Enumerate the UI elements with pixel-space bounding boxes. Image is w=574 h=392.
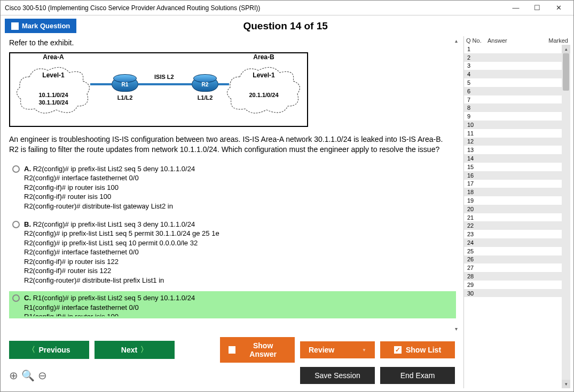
qlist-row-number: 19 bbox=[467, 197, 483, 204]
chevron-left-icon: 〈 bbox=[28, 345, 35, 355]
qlist-row[interactable]: 23 bbox=[464, 230, 570, 238]
header-bar: Mark Question Question 14 of 15 bbox=[1, 15, 573, 36]
qlist-row[interactable]: 15 bbox=[464, 163, 570, 171]
footer-row-1: 〈 Previous Next 〉 Show Answer Review ▼ bbox=[4, 333, 460, 367]
qlist-row-number: 22 bbox=[467, 222, 483, 229]
show-list-label: Show List bbox=[406, 346, 441, 354]
qlist-row-number: 12 bbox=[467, 138, 483, 145]
qlist-row-number: 14 bbox=[467, 155, 483, 162]
qlist-header: Q No. Answer Marked bbox=[464, 36, 570, 45]
checkbox-empty-icon bbox=[229, 346, 235, 354]
link-a-r1 bbox=[90, 83, 112, 85]
qlist-row[interactable]: 14 bbox=[464, 154, 570, 163]
qlist-rows: 1234567891011121314151617181920212223242… bbox=[464, 45, 570, 388]
qlist-row[interactable]: 8 bbox=[464, 103, 570, 112]
maximize-icon[interactable]: ☐ bbox=[526, 2, 548, 14]
qlist-row[interactable]: 4 bbox=[464, 70, 570, 78]
qlist-row[interactable]: 22 bbox=[464, 221, 570, 230]
qlist-row[interactable]: 21 bbox=[464, 213, 570, 222]
app-window: Cisco 300-510 (Implementing Cisco Servic… bbox=[0, 0, 574, 392]
qlist-row-number: 13 bbox=[467, 147, 483, 153]
review-label: Review bbox=[309, 346, 334, 354]
qlist-row[interactable]: 16 bbox=[464, 171, 570, 180]
qlist-row[interactable]: 19 bbox=[464, 196, 570, 205]
end-exam-button[interactable]: End Exam bbox=[380, 367, 455, 384]
mark-question-label: Mark Question bbox=[22, 22, 70, 30]
qlist-row[interactable]: 29 bbox=[464, 281, 570, 289]
question-scrollbar[interactable]: ▴ ▾ bbox=[452, 36, 460, 333]
col-marked: Marked bbox=[541, 37, 568, 44]
col-answer: Answer bbox=[487, 37, 541, 44]
cloud-area-b: Area-B Level-1 20.1.1/0/24 bbox=[224, 61, 304, 119]
qlist-body: 1234567891011121314151617181920212223242… bbox=[464, 45, 570, 388]
radio-a[interactable] bbox=[12, 165, 20, 173]
area-b-label: Area-B bbox=[224, 53, 304, 61]
qlist-row[interactable]: 27 bbox=[464, 263, 570, 272]
option-c[interactable]: C. R1(config)# ip prefix-list List2 seq … bbox=[9, 291, 456, 318]
radio-b[interactable] bbox=[12, 221, 20, 228]
qlist-row[interactable]: 2 bbox=[464, 53, 570, 62]
save-session-button[interactable]: Save Session bbox=[300, 367, 375, 384]
qlist-row[interactable]: 12 bbox=[464, 138, 570, 146]
mark-question-button[interactable]: Mark Question bbox=[5, 19, 76, 33]
qlist-row-number: 28 bbox=[467, 273, 483, 279]
minimize-icon[interactable]: — bbox=[505, 2, 526, 14]
qlist-row[interactable]: 10 bbox=[464, 121, 570, 129]
qlist-row-number: 8 bbox=[467, 105, 483, 111]
scroll-up-icon[interactable]: ▴ bbox=[562, 45, 570, 53]
option-a[interactable]: A. R2(config)# ip prefix-list List2 seq … bbox=[9, 162, 456, 213]
link-r2-b bbox=[218, 83, 229, 85]
question-counter: Question 14 of 15 bbox=[76, 20, 494, 32]
qlist-row[interactable]: 24 bbox=[464, 238, 570, 247]
zoom-in-icon[interactable]: ⊕ bbox=[9, 369, 18, 382]
caret-down-icon: ▼ bbox=[362, 348, 366, 353]
scroll-track[interactable] bbox=[562, 53, 570, 380]
question-scroll: ▴ ▾ Refer to the exhibit. Area-A Level-1… bbox=[4, 36, 460, 333]
scroll-thumb[interactable] bbox=[563, 53, 569, 91]
qlist-row[interactable]: 7 bbox=[464, 95, 570, 104]
qlist-row-number: 2 bbox=[467, 54, 483, 61]
radio-c[interactable] bbox=[12, 294, 20, 302]
r1-label: R1 bbox=[112, 82, 138, 87]
previous-button[interactable]: 〈 Previous bbox=[9, 341, 89, 359]
show-answer-button[interactable]: Show Answer bbox=[220, 337, 295, 363]
show-list-button[interactable]: ✓ Show List bbox=[380, 341, 455, 358]
show-answer-label: Show Answer bbox=[240, 341, 286, 358]
qlist-row[interactable]: 9 bbox=[464, 112, 570, 121]
qlist-row[interactable]: 28 bbox=[464, 272, 570, 281]
option-b-body: B. R2(config)# ip prefix-list List1 seq … bbox=[24, 220, 219, 285]
qlist-row[interactable]: 18 bbox=[464, 188, 570, 196]
qlist-row[interactable]: 13 bbox=[464, 146, 570, 154]
level1-a-label: Level-1 bbox=[13, 71, 93, 79]
qlist-row-number: 7 bbox=[467, 97, 483, 103]
qlist-row[interactable]: 25 bbox=[464, 247, 570, 255]
review-button[interactable]: Review ▼ bbox=[300, 341, 375, 358]
qlist-row-number: 18 bbox=[467, 189, 483, 195]
cloud-area-a: Area-A Level-1 10.1.1/0/24 30.1.1/0/24 bbox=[13, 61, 93, 119]
qlist-row-number: 27 bbox=[467, 265, 483, 271]
qlist-row[interactable]: 1 bbox=[464, 45, 570, 53]
col-qno: Q No. bbox=[466, 37, 487, 44]
question-pane: ▴ ▾ Refer to the exhibit. Area-A Level-1… bbox=[4, 36, 460, 388]
qlist-row[interactable]: 26 bbox=[464, 255, 570, 264]
zoom-reset-icon[interactable]: 🔍 bbox=[21, 369, 35, 382]
scroll-up-icon[interactable]: ▴ bbox=[452, 36, 460, 45]
zoom-out-icon[interactable]: ⊖ bbox=[38, 369, 47, 382]
qlist-row[interactable]: 17 bbox=[464, 180, 570, 188]
qlist-row[interactable]: 20 bbox=[464, 205, 570, 213]
qlist-row[interactable]: 11 bbox=[464, 129, 570, 138]
checkbox-checked-icon: ✓ bbox=[394, 346, 402, 354]
qlist-row[interactable]: 5 bbox=[464, 78, 570, 87]
scroll-down-icon[interactable]: ▾ bbox=[452, 324, 460, 333]
qlist-scrollbar[interactable]: ▴ ▾ bbox=[562, 45, 570, 388]
option-c-body: C. R1(config)# ip prefix-list List2 seq … bbox=[24, 293, 195, 316]
qlist-row[interactable]: 30 bbox=[464, 289, 570, 298]
question-list-pane: Q No. Answer Marked 12345678910111213141… bbox=[463, 36, 570, 388]
close-icon[interactable]: ✕ bbox=[548, 2, 569, 14]
qlist-row[interactable]: 6 bbox=[464, 87, 570, 95]
option-b[interactable]: B. R2(config)# ip prefix-list List1 seq … bbox=[9, 218, 456, 287]
area-a-label: Area-A bbox=[13, 53, 93, 61]
scroll-down-icon[interactable]: ▾ bbox=[562, 380, 570, 388]
next-button[interactable]: Next 〉 bbox=[95, 341, 175, 359]
qlist-row[interactable]: 3 bbox=[464, 62, 570, 70]
